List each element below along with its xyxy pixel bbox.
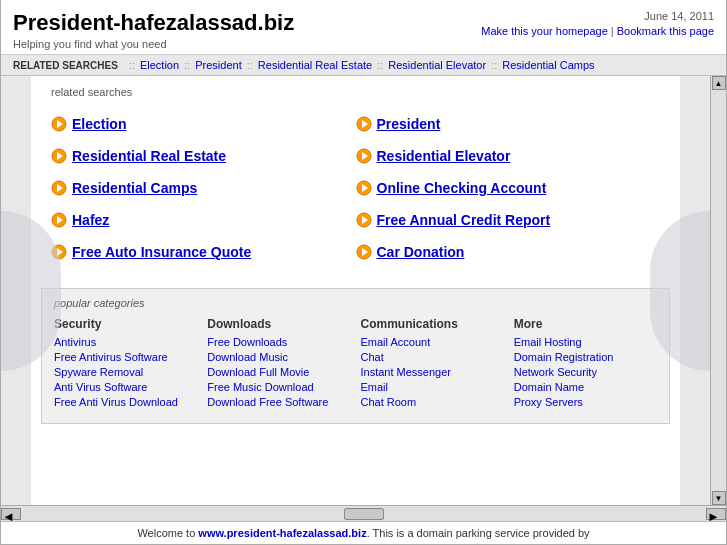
arrow-icon: [51, 212, 67, 228]
statusbar: Welcome to www.president-hafezalassad.bi…: [1, 521, 726, 544]
search-link-item: Free Annual Credit Report: [356, 204, 661, 236]
right-decoration: [680, 76, 710, 505]
hscroll-grip[interactable]: [344, 508, 384, 520]
hscroll-left[interactable]: ◄: [1, 508, 21, 520]
search-link-item: Residential Elevator: [356, 140, 661, 172]
navbar: RELATED SEARCHES :: Election :: Presiden…: [1, 55, 726, 76]
navbar-item-camps[interactable]: Residential Camps: [502, 59, 594, 71]
related-searches-label: related searches: [51, 86, 660, 98]
arrow-icon: [51, 180, 67, 196]
vertical-scrollbar[interactable]: ▲ ▼: [710, 76, 726, 505]
search-link-item: President: [356, 108, 661, 140]
arrow-icon: [51, 148, 67, 164]
statusbar-text-after: . This is a domain parking service provi…: [367, 527, 590, 539]
arrow-icon: [356, 180, 372, 196]
cat-link-network-security[interactable]: Network Security: [514, 366, 657, 378]
header: President-hafezalassad.biz Helping you f…: [1, 0, 726, 55]
navbar-label: RELATED SEARCHES: [13, 60, 118, 71]
search-link-checking[interactable]: Online Checking Account: [377, 180, 547, 196]
cat-link-domain-name[interactable]: Domain Name: [514, 381, 657, 393]
cat-link-free-software[interactable]: Download Free Software: [207, 396, 350, 408]
cat-link-spyware[interactable]: Spyware Removal: [54, 366, 197, 378]
category-more: More Email Hosting Domain Registration N…: [514, 317, 657, 411]
bookmark-link[interactable]: Bookmark this page: [617, 25, 714, 37]
search-link-item: Election: [51, 108, 356, 140]
category-downloads-title: Downloads: [207, 317, 350, 331]
arrow-icon: [356, 116, 372, 132]
cat-link-antivirus[interactable]: Antivirus: [54, 336, 197, 348]
navbar-item-president[interactable]: President: [195, 59, 241, 71]
search-link-credit[interactable]: Free Annual Credit Report: [377, 212, 551, 228]
search-link-item: Residential Real Estate: [51, 140, 356, 172]
navbar-item-elevator[interactable]: Residential Elevator: [388, 59, 486, 71]
cat-link-email[interactable]: Email: [361, 381, 504, 393]
cat-link-email-account[interactable]: Email Account: [361, 336, 504, 348]
search-links-grid: Election President Residential Real Est: [51, 108, 660, 268]
categories-grid: Security Antivirus Free Antivirus Softwa…: [54, 317, 657, 411]
search-link-car-donation[interactable]: Car Donation: [377, 244, 465, 260]
cat-link-antivirus-software[interactable]: Anti Virus Software: [54, 381, 197, 393]
cat-link-free-downloads[interactable]: Free Downloads: [207, 336, 350, 348]
header-right: June 14, 2011 Make this your homepage | …: [481, 10, 714, 37]
category-communications-title: Communications: [361, 317, 504, 331]
navbar-item-real-estate[interactable]: Residential Real Estate: [258, 59, 372, 71]
statusbar-domain-link[interactable]: www.president-hafezalassad.biz: [198, 527, 366, 539]
search-link-item: Residential Camps: [51, 172, 356, 204]
search-link-election[interactable]: Election: [72, 116, 126, 132]
cat-link-antivirus-download[interactable]: Free Anti Virus Download: [54, 396, 197, 408]
search-link-president[interactable]: President: [377, 116, 441, 132]
category-more-title: More: [514, 317, 657, 331]
site-subtitle: Helping you find what you need: [13, 38, 294, 50]
hscroll-right[interactable]: ►: [706, 508, 726, 520]
date-label: June 14, 2011: [481, 10, 714, 22]
statusbar-text-before: Welcome to: [137, 527, 198, 539]
arrow-icon: [356, 244, 372, 260]
cat-link-download-movie[interactable]: Download Full Movie: [207, 366, 350, 378]
search-link-item: Hafez: [51, 204, 356, 236]
cat-link-domain-registration[interactable]: Domain Registration: [514, 351, 657, 363]
arrow-icon: [356, 148, 372, 164]
cat-link-download-music[interactable]: Download Music: [207, 351, 350, 363]
cat-link-instant-messenger[interactable]: Instant Messenger: [361, 366, 504, 378]
search-link-item: Free Auto Insurance Quote: [51, 236, 356, 268]
arrow-icon: [356, 212, 372, 228]
left-decoration: [1, 76, 31, 505]
category-downloads: Downloads Free Downloads Download Music …: [207, 317, 350, 411]
search-link-camps[interactable]: Residential Camps: [72, 180, 197, 196]
category-communications: Communications Email Account Chat Instan…: [361, 317, 504, 411]
category-security-title: Security: [54, 317, 197, 331]
popular-categories-label: popular categories: [54, 297, 657, 309]
search-link-item: Car Donation: [356, 236, 661, 268]
header-left: President-hafezalassad.biz Helping you f…: [13, 10, 294, 50]
center-content: related searches Election President: [31, 76, 680, 278]
scroll-up-button[interactable]: ▲: [712, 76, 726, 90]
search-link-elevator[interactable]: Residential Elevator: [377, 148, 511, 164]
cat-link-free-antivirus[interactable]: Free Antivirus Software: [54, 351, 197, 363]
cat-link-free-music[interactable]: Free Music Download: [207, 381, 350, 393]
search-link-real-estate[interactable]: Residential Real Estate: [72, 148, 226, 164]
search-link-insurance[interactable]: Free Auto Insurance Quote: [72, 244, 251, 260]
content-wrapper: related searches Election President: [1, 76, 726, 505]
category-security: Security Antivirus Free Antivirus Softwa…: [54, 317, 197, 411]
search-link-hafez[interactable]: Hafez: [72, 212, 109, 228]
site-title: President-hafezalassad.biz: [13, 10, 294, 36]
cat-link-email-hosting[interactable]: Email Hosting: [514, 336, 657, 348]
homepage-link[interactable]: Make this your homepage: [481, 25, 608, 37]
cat-link-chat[interactable]: Chat: [361, 351, 504, 363]
cat-link-chat-room[interactable]: Chat Room: [361, 396, 504, 408]
arrow-icon: [51, 116, 67, 132]
cat-link-proxy-servers[interactable]: Proxy Servers: [514, 396, 657, 408]
popular-categories: popular categories Security Antivirus Fr…: [41, 288, 670, 424]
scroll-down-button[interactable]: ▼: [712, 491, 726, 505]
search-link-item: Online Checking Account: [356, 172, 661, 204]
navbar-item-election[interactable]: Election: [140, 59, 179, 71]
horizontal-scrollbar[interactable]: ◄ ►: [1, 505, 726, 521]
